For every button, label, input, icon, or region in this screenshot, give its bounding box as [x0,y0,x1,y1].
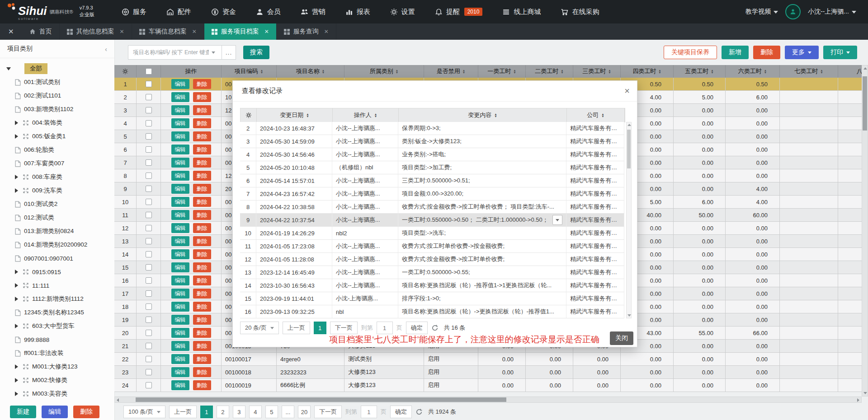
modal-table-row[interactable]: 82024-04-22 10:38:58小沈--上海驷惠...收费方式:按金额收… [240,201,624,214]
modal-table-row[interactable]: 112024-01-05 17:23:08小沈--上海驷惠...收费方式:按工时… [240,240,624,253]
row-delete-button[interactable]: 删除 [193,118,211,128]
close-tab-icon[interactable]: ✕ [264,28,269,35]
row-checkbox[interactable] [146,133,152,140]
row-edit-button[interactable]: 编辑 [171,145,189,154]
tree-item-012[interactable]: 012:测试类 [0,211,114,224]
nav-item-service[interactable]: 服务 [112,0,156,23]
row-delete-button[interactable]: 删除 [193,328,211,338]
tree-item-M001[interactable]: M001:大修类123 [0,360,114,373]
row-edit-button[interactable]: 编辑 [171,367,189,377]
close-tab-icon[interactable]: ✕ [192,28,197,35]
page-button-4[interactable]: 4 [249,406,262,418]
more-button[interactable]: 更多 [785,46,819,59]
delete-button[interactable]: 删除 [753,46,780,59]
refresh-icon[interactable] [415,408,423,415]
row-checkbox[interactable] [146,317,152,323]
tree-item-M002[interactable]: M002:快修类 [0,373,114,387]
row-delete-button[interactable]: 删除 [193,105,211,115]
row-delete-button[interactable]: 删除 [193,184,211,194]
row-edit-button[interactable]: 编辑 [171,380,189,390]
close-tab-icon[interactable]: ✕ [324,28,329,35]
row-edit-button[interactable]: 编辑 [171,315,189,325]
modal-close-button[interactable]: 关闭 [610,331,633,345]
modal-table-row[interactable]: 152023-09-19 11:44:01小沈-上海驷惠...排序字段:1->0… [240,292,624,305]
row-checkbox[interactable] [146,356,152,362]
row-delete-button[interactable]: 删除 [193,171,211,181]
page-ellipsis[interactable]: ... [282,406,294,418]
nav-item-marketing[interactable]: 营销 [291,0,335,23]
caret-down-icon[interactable] [6,67,11,70]
nav-item-reminder[interactable]: 提醒 2010 [425,0,493,23]
row-checkbox[interactable] [146,173,152,179]
caret-right-icon[interactable] [15,364,18,369]
caret-right-icon[interactable] [15,392,18,396]
header-code[interactable]: 项目编码▲▼ [222,65,277,78]
row-delete-button[interactable]: 删除 [193,236,211,246]
close-all-tabs-icon[interactable]: ✕ [0,23,22,40]
page-button-2[interactable]: 2 [217,406,229,418]
tree-item-12345[interactable]: 12345:类别名称12345 [0,306,114,319]
row-checkbox[interactable] [146,107,152,113]
tree-item-001[interactable]: 001:测试类别 [0,75,114,89]
row-checkbox[interactable] [146,251,152,257]
caret-right-icon[interactable] [15,188,18,193]
caret-right-icon[interactable] [15,283,18,288]
row-edit-button[interactable]: 编辑 [171,289,189,299]
next-page-button[interactable]: 下一页 [330,322,358,334]
row-edit-button[interactable]: 编辑 [171,131,189,141]
page-button-3[interactable]: 3 [233,406,245,418]
tree-item-全部[interactable]: 全部 [0,62,114,75]
scroll-down-icon[interactable] [863,392,867,394]
row-delete-button[interactable]: 删除 [193,158,211,168]
row-edit-button[interactable]: 编辑 [171,341,189,351]
tree-item-008[interactable]: 008:车座类 [0,170,114,184]
nav-item-settings[interactable]: 设置 [380,0,425,23]
modal-scrollbar[interactable] [626,122,632,318]
tree-item-M003[interactable]: M003:美容类 [0,387,114,401]
modal-table-row[interactable]: 122024-01-05 11:28:08小沈--上海驷惠...收费方式:按金额… [240,253,624,266]
header-h1[interactable]: 一类工时▲▼ [478,65,526,78]
row-delete-button[interactable]: 删除 [193,341,211,351]
modal-table-row[interactable]: 162023-09-13 09:32:25nbl项目名称:更换挡泥板（轮）->更… [240,305,624,318]
modal-table-row[interactable]: 92024-04-22 10:37:54小沈--上海驷惠...一类工时:0.55… [240,214,624,227]
scrollbar-thumb[interactable] [863,76,867,131]
tree-item-1112[interactable]: 1112:新增类别1112 [0,292,114,306]
row-checkbox[interactable] [146,199,152,205]
row-edit-button[interactable]: 编辑 [171,328,189,338]
caret-right-icon[interactable] [15,270,18,274]
next-page-button[interactable]: 下一页 [314,406,342,418]
row-edit-button[interactable]: 编辑 [171,354,189,364]
tutorial-video-dropdown[interactable]: 教学视频 [745,8,778,16]
scroll-up-icon[interactable] [627,124,631,126]
caret-right-icon[interactable] [15,175,18,179]
tree-item-009[interactable]: 009:洗车类 [0,184,114,197]
goto-page-input[interactable] [377,322,393,334]
header-category[interactable]: 所属类别▲▼ [344,65,424,78]
scrollbar-thumb[interactable] [136,397,506,402]
row-delete-button[interactable]: 删除 [193,380,211,390]
add-button[interactable]: 新增 [722,46,749,59]
row-delete-button[interactable]: 删除 [193,262,211,272]
table-row[interactable]: 23编辑删除0010001823232323大修类123启用0.000.000.… [114,366,868,379]
row-edit-button[interactable]: 编辑 [171,197,189,207]
tab-other-info[interactable]: 其他信息档案✕ [60,23,132,40]
row-edit-button[interactable]: 编辑 [171,262,189,272]
row-delete-button[interactable]: 删除 [193,315,211,325]
new-button[interactable]: 新建 [10,406,36,418]
row-expand-button[interactable] [552,215,562,225]
header-h2[interactable]: 二类工时▲▼ [526,65,573,78]
row-delete-button[interactable]: 删除 [193,367,211,377]
goto-page-input[interactable] [361,406,377,418]
modal-table-row[interactable]: 22024-10-23 16:48:37小沈--上海驷惠...保养周期:0->3… [240,122,624,135]
row-delete-button[interactable]: 删除 [193,210,211,220]
tab-home[interactable]: 首页 [22,23,60,40]
row-edit-button[interactable]: 编辑 [171,223,189,233]
select-all-checkbox[interactable] [146,68,152,75]
caret-right-icon[interactable] [15,297,18,301]
table-row[interactable]: 24编辑删除001000196666比例大修类123启用0.000.000.00… [114,379,868,392]
row-edit-button[interactable]: 编辑 [171,302,189,312]
row-delete-button[interactable]: 删除 [193,131,211,141]
close-tab-icon[interactable]: ✕ [120,28,124,35]
tree-item-004[interactable]: 004:装饰类 [0,116,114,130]
search-input[interactable] [132,49,210,56]
